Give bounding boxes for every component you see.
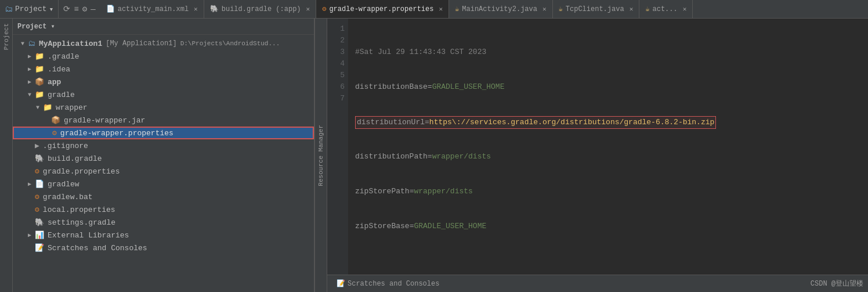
- name-build-gradle: build.gradle: [48, 154, 102, 163]
- icon-idea: 📁: [35, 64, 44, 74]
- project-panel-tab[interactable]: 🗂 Project ▾: [0, 0, 59, 18]
- code-line-1: #Sat Jul 29 11:43:43 CST 2023: [355, 46, 861, 58]
- code-content[interactable]: #Sat Jul 29 11:43:43 CST 2023 distributi…: [348, 19, 868, 275]
- name-app: app: [48, 78, 61, 86]
- tree-item-gradle-wrapper-jar[interactable]: 📦 gradle-wrapper.jar: [13, 114, 314, 127]
- sync-icon[interactable]: ⟳: [63, 4, 70, 14]
- icon-settings-gradle: 🐘: [35, 218, 44, 227]
- name-gradle-props: gradle.properties: [43, 167, 120, 176]
- tab-mainactivity2[interactable]: ☕ MainActivity2.java ✕: [449, 0, 552, 18]
- icon-wrapper-props: ⚙: [52, 128, 57, 138]
- name-wrapper-jar: gradle-wrapper.jar: [64, 116, 145, 125]
- tab-close-icon[interactable]: ✕: [194, 5, 198, 13]
- root-name: MyApplication1: [39, 39, 102, 48]
- tree-item-settings-gradle[interactable]: 🐘 settings.gradle: [13, 216, 314, 229]
- minimize-icon[interactable]: —: [91, 5, 95, 14]
- icon-scratches: 📝: [35, 243, 44, 253]
- icon-gradle-hidden: 📁: [35, 52, 44, 61]
- root-arrow: ▼: [19, 41, 27, 47]
- name-scratches: Scratches and Consoles: [48, 244, 147, 253]
- code-line-5: zipStorePath=wrapper/dists: [355, 186, 861, 197]
- settings-icon[interactable]: ⚙: [82, 4, 87, 14]
- name-local-props: local.properties: [43, 206, 115, 214]
- tree-item-scratches-consoles[interactable]: 📝 Scratches and Consoles: [13, 241, 314, 254]
- tree-item-local-properties[interactable]: ⚙ local.properties: [13, 203, 314, 216]
- tree-root[interactable]: ▼ 🗂 MyApplication1 [My Application1] D:\…: [13, 37, 314, 50]
- project-label-text: Project: [3, 19, 10, 55]
- project-panel: Project ▾ ▼ 🗂 MyApplication1 [My Applica…: [13, 19, 314, 292]
- tab-close-icon[interactable]: ✕: [630, 5, 634, 13]
- arrow-gradle-hidden: ▶: [26, 53, 34, 60]
- tab-label: act...: [652, 5, 677, 13]
- tree-item-wrapper[interactable]: ▼ 📁 wrapper: [13, 101, 314, 114]
- tree-item-gradle[interactable]: ▼ 📁 gradle: [13, 88, 314, 101]
- root-extra: [My Application1]: [106, 39, 176, 48]
- icon-wrapper: 📁: [43, 103, 52, 112]
- icon-local-props: ⚙: [35, 205, 39, 214]
- scratches-consoles-button[interactable]: 📝 Scratches and Consoles: [332, 277, 444, 290]
- arrow-wrapper: ▼: [34, 104, 42, 111]
- name-gradle-hidden: .gradle: [48, 52, 79, 61]
- bottom-bar: 📝 Scratches and Consoles CSDN @登山望楼: [327, 275, 868, 292]
- code-line-6: zipStoreBase=GRADLE_USER_HOME: [355, 221, 861, 232]
- tree-item-build-gradle[interactable]: 🐘 build.gradle: [13, 152, 314, 165]
- scratches-label: Scratches and Consoles: [348, 280, 439, 288]
- tab-close-icon[interactable]: ✕: [542, 5, 547, 13]
- tab-close-icon[interactable]: ✕: [683, 5, 687, 13]
- tree-item-gitignore[interactable]: ▶ .gitignore: [13, 139, 314, 152]
- resource-manager-tab[interactable]: Resource Manager: [314, 19, 327, 292]
- line-numbers: 1 2 3 4 5 6 7: [327, 19, 348, 275]
- tree-item-gradle-hidden[interactable]: ▶ 📁 .gradle: [13, 50, 314, 63]
- tab-close-icon[interactable]: ✕: [439, 5, 443, 13]
- scratches-icon: 📝: [337, 279, 345, 288]
- tree-item-gradlew[interactable]: ▶ 📄 gradlew: [13, 178, 314, 190]
- tab-tcpclient[interactable]: ☕ TcpClient.java ✕: [553, 0, 640, 18]
- panel-title: Project: [15, 5, 47, 13]
- list-icon[interactable]: ≡: [74, 5, 78, 14]
- name-gitignore: .gitignore: [43, 142, 88, 150]
- tab-label: gradle-wrapper.properties: [329, 5, 433, 13]
- name-gradlew-bat: gradlew.bat: [43, 193, 93, 201]
- tab-icon: 🐘: [210, 5, 219, 13]
- icon-gradle: 📁: [35, 90, 44, 99]
- root-icon: 🗂: [28, 39, 35, 48]
- tab-act[interactable]: ☕ act... ✕: [639, 0, 693, 18]
- tree-item-gradle-properties[interactable]: ⚙ gradle.properties: [13, 165, 314, 178]
- icon-build-gradle: 🐘: [35, 154, 44, 163]
- code-line-7: [355, 255, 861, 267]
- root-path: D:\Projects\AndroidStud...: [180, 40, 280, 47]
- resource-manager-label: Resource Manager: [317, 120, 324, 191]
- name-external-libs: External Libraries: [48, 231, 129, 240]
- tree-item-external-libraries[interactable]: ▶ 📊 External Libraries: [13, 229, 314, 241]
- dropdown-icon: ▾: [49, 5, 54, 14]
- tab-build-gradle-app[interactable]: 🐘 build.gradle (:app) ✕: [204, 0, 316, 18]
- bottom-bar-left: 📝 Scratches and Consoles: [332, 277, 444, 290]
- tab-bar-icons: ⟳ ≡ ⚙ —: [59, 4, 100, 14]
- tab-icon: ☕: [559, 5, 563, 13]
- name-gradle: gradle: [48, 91, 75, 99]
- file-tree: ▼ 🗂 MyApplication1 [My Application1] D:\…: [13, 35, 314, 292]
- main-area: Project Project ▾ ▼ 🗂 MyApplication1 [My…: [0, 19, 868, 292]
- tab-icon: ☕: [455, 5, 459, 13]
- tab-label: MainActivity2.java: [462, 5, 537, 13]
- icon-app: 📦: [35, 77, 44, 86]
- watermark-text: CSDN @登山望楼: [811, 280, 863, 288]
- arrow-app: ▶: [26, 78, 34, 85]
- tab-close-icon[interactable]: ✕: [306, 5, 310, 13]
- panel-icon: 🗂: [5, 5, 13, 14]
- tab-activity-main[interactable]: 📄 activity_main.xml ✕: [100, 0, 204, 18]
- tree-item-idea[interactable]: ▶ 📁 .idea: [13, 63, 314, 75]
- project-sidebar-label[interactable]: Project: [0, 19, 13, 292]
- tabs-container: 📄 activity_main.xml ✕ 🐘 build.gradle (:a…: [100, 0, 868, 18]
- tab-gradle-wrapper-properties[interactable]: ⚙ gradle-wrapper.properties ✕: [316, 0, 449, 18]
- code-line-2: distributionBase=GRADLE_USER_HOME: [355, 81, 861, 93]
- arrow-gradlew: ▶: [26, 181, 34, 188]
- tab-bar: 🗂 Project ▾ ⟳ ≡ ⚙ — 📄 activity_main.xml …: [0, 0, 868, 19]
- tree-item-app[interactable]: ▶ 📦 app: [13, 75, 314, 88]
- tree-item-gradlew-bat[interactable]: ⚙ gradlew.bat: [13, 190, 314, 203]
- editor-panel: 1 2 3 4 5 6 7 #Sat Jul 29 11:43:43 CST 2…: [327, 19, 868, 292]
- icon-gradle-props: ⚙: [35, 167, 39, 176]
- code-area[interactable]: 1 2 3 4 5 6 7 #Sat Jul 29 11:43:43 CST 2…: [327, 19, 868, 275]
- icon-gradlew-bat: ⚙: [35, 192, 39, 201]
- tree-item-gradle-wrapper-properties[interactable]: ⚙ gradle-wrapper.properties: [13, 127, 314, 139]
